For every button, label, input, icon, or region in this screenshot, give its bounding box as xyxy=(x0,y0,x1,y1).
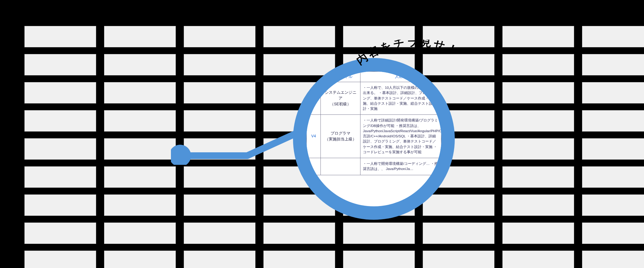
grid-cell xyxy=(582,194,644,216)
grid-cell xyxy=(24,54,96,75)
grid-cell xyxy=(184,138,255,160)
grid-cell xyxy=(104,82,176,103)
grid-cell xyxy=(502,138,574,160)
grid-cell xyxy=(263,82,335,103)
grid-cell xyxy=(502,82,574,103)
grid-cell xyxy=(104,54,176,75)
grid-cell xyxy=(343,251,415,268)
grid-cell xyxy=(502,110,574,132)
grid-cell xyxy=(502,251,574,268)
grid-cell xyxy=(184,82,255,103)
grid-cell xyxy=(263,166,335,188)
grid-cell xyxy=(263,110,335,132)
grid-cell xyxy=(104,223,176,244)
grid-cell xyxy=(24,138,96,160)
grid-cell xyxy=(184,166,255,188)
grid-cell xyxy=(502,54,574,75)
grid-cell xyxy=(502,166,574,188)
grid-cell xyxy=(184,54,255,75)
grid-cell xyxy=(582,110,644,132)
grid-cell xyxy=(104,26,176,47)
grid-cell xyxy=(24,82,96,103)
grid-cell xyxy=(582,251,644,268)
grid-cell xyxy=(423,223,494,244)
grid-cell xyxy=(184,194,255,216)
grid-cell xyxy=(343,54,415,75)
grid-cell xyxy=(184,251,255,268)
grid-cell xyxy=(582,54,644,75)
grid-cell xyxy=(423,110,494,132)
grid-cell xyxy=(423,138,494,160)
grid-cell xyxy=(423,166,494,188)
background-grid xyxy=(24,26,644,268)
grid-cell xyxy=(24,251,96,268)
grid-cell xyxy=(24,110,96,132)
grid-cell xyxy=(343,110,415,132)
grid-cell xyxy=(24,166,96,188)
grid-cell xyxy=(423,54,494,75)
grid-cell xyxy=(104,194,176,216)
grid-cell xyxy=(343,194,415,216)
grid-cell xyxy=(343,166,415,188)
grid-cell xyxy=(184,26,255,47)
grid-cell xyxy=(502,26,574,47)
grid-cell xyxy=(24,223,96,244)
grid-cell xyxy=(423,194,494,216)
grid-cell xyxy=(502,223,574,244)
grid-cell xyxy=(104,251,176,268)
grid-cell xyxy=(343,26,415,47)
grid-cell xyxy=(104,166,176,188)
grid-cell xyxy=(423,82,494,103)
grid-cell xyxy=(343,138,415,160)
grid-cell xyxy=(24,26,96,47)
grid-cell xyxy=(423,26,494,47)
grid-cell xyxy=(582,223,644,244)
grid-cell xyxy=(263,138,335,160)
grid-cell xyxy=(184,223,255,244)
grid-cell xyxy=(263,223,335,244)
grid-cell xyxy=(343,223,415,244)
grid-cell xyxy=(582,82,644,103)
grid-cell xyxy=(263,26,335,47)
grid-cell xyxy=(582,166,644,188)
grid-cell xyxy=(582,138,644,160)
grid-cell xyxy=(263,251,335,268)
grid-cell xyxy=(263,54,335,75)
grid-cell xyxy=(582,26,644,47)
grid-cell xyxy=(502,194,574,216)
grid-cell xyxy=(104,110,176,132)
grid-cell xyxy=(343,82,415,103)
grid-cell xyxy=(263,194,335,216)
grid-cell xyxy=(24,194,96,216)
grid-cell xyxy=(184,110,255,132)
grid-cell xyxy=(423,251,494,268)
grid-cell xyxy=(104,138,176,160)
